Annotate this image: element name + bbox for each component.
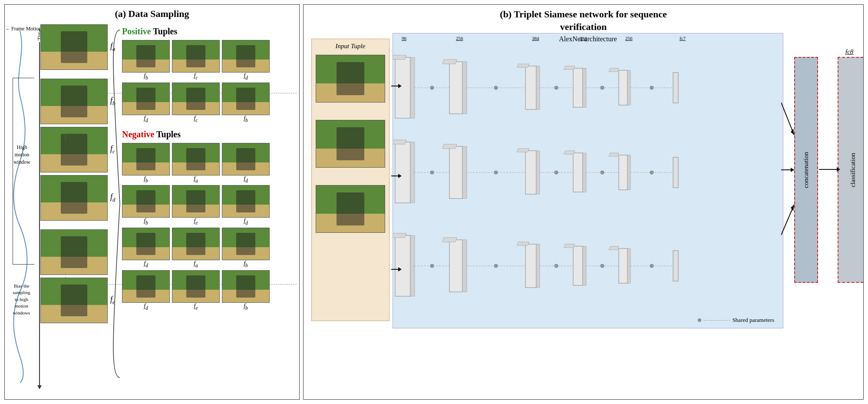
classification-box: classification	[838, 57, 864, 283]
svg-rect-63	[583, 246, 586, 285]
svg-rect-41	[673, 157, 678, 188]
neg2-img2-frame	[172, 185, 220, 218]
svg-point-73	[554, 264, 558, 268]
svg-marker-83	[791, 205, 794, 211]
frame-img-fb	[40, 79, 108, 124]
pos2-label1: fd	[144, 115, 148, 123]
pos1-img2: fc	[172, 40, 220, 81]
concat-to-class-head	[837, 167, 840, 172]
neg4-img1: fd	[122, 270, 170, 311]
pos1-label1: fb	[144, 73, 148, 81]
neg4-img2: fe	[172, 270, 220, 311]
shared-params-label: Shared parameters	[733, 317, 774, 324]
classification-label: classification	[849, 152, 857, 187]
neg3-img3: fb	[222, 228, 270, 268]
dots-1: ⋮	[61, 132, 70, 142]
neg-group-1: fb fa fd	[122, 143, 294, 184]
svg-rect-0	[395, 57, 410, 118]
pos-group-1: fb fc fd	[122, 40, 294, 81]
pos2-label2: fc	[194, 115, 198, 123]
svg-rect-4	[442, 60, 457, 64]
time-line	[39, 42, 40, 385]
main-container: (a) Data Sampling ← Frame Motion Time fa	[0, 0, 868, 404]
negative-label: Negative	[122, 129, 154, 139]
layer-num-384b: 384	[580, 36, 587, 41]
svg-rect-65	[609, 246, 619, 250]
svg-rect-1	[393, 55, 406, 60]
svg-rect-33	[517, 149, 529, 152]
svg-rect-9	[573, 68, 583, 107]
alexnet-title: AlexNet architecture	[393, 33, 783, 45]
svg-point-25	[650, 86, 653, 89]
svg-rect-5	[462, 62, 467, 114]
neg1-label1: fb	[144, 176, 148, 184]
neg3-label2: fa	[194, 260, 198, 268]
right-panel: (b) Triplet Siamese network for sequence…	[303, 4, 864, 400]
input-img-2	[316, 120, 385, 168]
layer-num-256b: 256	[625, 36, 633, 41]
curly-brace	[111, 26, 124, 382]
svg-rect-26	[395, 142, 410, 203]
neg2-img2: fe	[172, 185, 220, 226]
positive-tuples-title: Positive Tuples	[122, 26, 294, 36]
tuples-label-1: Tuples	[153, 26, 177, 36]
svg-rect-62	[564, 244, 575, 248]
svg-rect-37	[583, 153, 586, 192]
svg-rect-39	[609, 153, 619, 156]
neg2-img3: fd	[222, 185, 270, 226]
right-title-line1: (b) Triplet Siamese network for sequence	[500, 9, 667, 20]
time-arrow-head	[37, 385, 42, 389]
layer-num-fc7: fc7	[680, 36, 686, 41]
concat-arrows-svg	[781, 48, 799, 291]
frame-fe1	[40, 229, 116, 275]
frame-fd: fd	[40, 175, 116, 221]
svg-rect-35	[573, 153, 583, 192]
svg-rect-36	[564, 151, 575, 154]
pos1-img3: fd	[222, 40, 270, 81]
svg-rect-55	[449, 240, 462, 292]
frames-column: fa fb fc	[40, 24, 116, 323]
frame-img-fe	[40, 278, 108, 323]
svg-point-49	[601, 171, 604, 174]
positive-label: Positive	[122, 26, 151, 36]
neg3-img1: fd	[122, 228, 170, 268]
svg-point-45	[494, 171, 498, 174]
neg4-img1-frame	[122, 270, 170, 303]
pos1-img1: fb	[122, 40, 170, 81]
spacer1	[40, 73, 116, 75]
neg2-img1: fb	[122, 185, 170, 226]
input-img-1	[316, 55, 385, 103]
neg2-label2: fe	[194, 218, 198, 226]
pos1-label3: fd	[244, 73, 248, 81]
svg-point-51	[650, 171, 653, 174]
pos2-img1: fd	[122, 83, 170, 123]
pos2-img3-frame	[222, 83, 270, 115]
svg-point-47	[554, 171, 558, 174]
svg-marker-81	[791, 168, 794, 172]
tuples-panel: Positive Tuples fb fc fd	[122, 26, 294, 313]
frame-img-fd	[40, 175, 108, 221]
svg-marker-79	[791, 129, 794, 135]
svg-rect-38	[619, 155, 627, 190]
input-img-3	[316, 185, 385, 233]
pos1-img3-frame	[222, 40, 270, 73]
svg-point-17	[430, 86, 434, 89]
pos1-img2-frame	[172, 40, 220, 73]
neg-group-4: fd fe fb	[122, 270, 294, 311]
negative-tuples-title: Negative Tuples	[122, 129, 294, 139]
high-motion-label: Highmotionwindow	[10, 144, 34, 166]
pos2-label3: fb	[244, 115, 248, 123]
svg-rect-61	[573, 246, 583, 285]
neg3-img1-frame	[122, 228, 170, 260]
svg-rect-54	[410, 235, 415, 296]
svg-rect-27	[393, 140, 406, 144]
svg-rect-56	[442, 238, 457, 242]
svg-rect-31	[462, 146, 467, 199]
neg1-img1-frame	[122, 143, 170, 176]
svg-rect-52	[395, 235, 410, 296]
svg-point-21	[554, 86, 558, 89]
concatenation-label: concatenation	[802, 152, 810, 188]
arrow-1-head	[398, 84, 402, 88]
high-motion-bracket	[13, 78, 34, 265]
neg1-img1: fb	[122, 143, 170, 184]
